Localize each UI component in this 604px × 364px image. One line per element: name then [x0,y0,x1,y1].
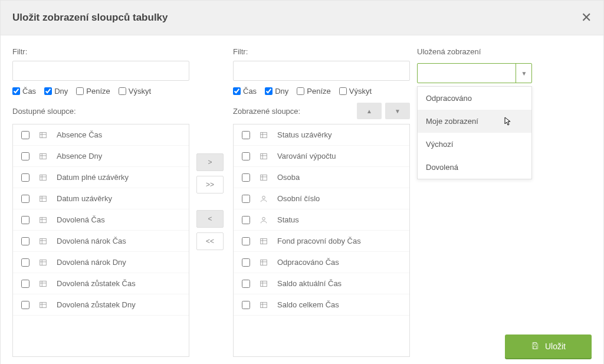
saved-views-label: Uložená zobrazení [417,47,592,56]
list-item-checkbox[interactable] [242,237,250,245]
list-item[interactable]: Datum plné uzávěrky [13,167,189,188]
list-item-checkbox[interactable] [21,237,29,245]
list-item-checkbox[interactable] [21,258,29,267]
list-item[interactable]: Dovolená nárok Dny [13,252,189,273]
list-item-label: Datum plné uzávěrky [57,173,129,182]
list-item[interactable]: Datum uzávěrky [13,188,189,209]
list-item-checkbox[interactable] [21,131,29,139]
saved-views-combo[interactable]: ▼ [417,63,532,83]
move-buttons-panel: > >> < << [196,47,226,357]
list-item-checkbox[interactable] [242,216,250,224]
svg-point-36 [262,196,265,199]
list-item[interactable]: Status [234,209,409,231]
check-penize-left[interactable]: Peníze [76,87,110,96]
check-cas-center[interactable]: Čas [233,87,257,96]
list-item[interactable]: Odpracováno Čas [234,252,409,273]
list-item-label: Fond pracovní doby Čas [277,237,361,245]
list-item[interactable]: Dovolená Čas [13,209,189,231]
list-item-checkbox[interactable] [21,280,29,288]
list-item-label: Saldo aktuální Čas [277,279,342,288]
list-item[interactable]: Saldo aktuální Čas [234,273,409,294]
list-item-checkbox[interactable] [242,195,250,203]
list-item-label: Dovolená zůstatek Čas [57,279,136,288]
list-item-checkbox[interactable] [242,301,250,309]
list-item[interactable]: Saldo celkem Čas [234,294,409,316]
table-icon [260,131,268,139]
list-item-checkbox[interactable] [21,152,29,160]
move-right-all-button[interactable]: >> [196,176,224,194]
list-item[interactable]: Absence Dny [13,146,189,167]
list-item-label: Datum uzávěrky [57,194,112,203]
svg-rect-12 [40,217,47,222]
list-item-label: Odpracováno Čas [277,258,339,267]
svg-rect-41 [261,260,267,265]
list-item-checkbox[interactable] [21,195,29,203]
svg-rect-47 [261,302,267,307]
list-item-checkbox[interactable] [21,301,29,309]
list-item[interactable]: Dovolená zůstatek Dny [13,294,189,316]
svg-rect-51 [534,346,537,349]
dropdown-item[interactable]: Výchozí [418,133,531,156]
save-icon [531,342,539,352]
list-item-label: Status uzávěrky [277,130,332,139]
list-item-label: Dovolená zůstatek Dny [57,300,136,309]
list-item[interactable]: Fond pracovní doby Čas [234,231,409,252]
table-icon [260,152,268,160]
displayed-columns-panel: Filtr: Čas Dny Peníze Výskyt Zobrazené s… [233,47,410,357]
move-left-button[interactable]: < [196,210,224,228]
list-item[interactable]: Osobní číslo [234,188,409,209]
move-right-button[interactable]: > [196,153,224,171]
table-icon [39,216,47,224]
sort-up-button[interactable]: ▲ [357,103,382,119]
dialog-header: Uložit zobrazení sloupců tabulky ✕ [1,1,603,35]
svg-rect-24 [40,302,47,307]
save-button[interactable]: Uložit [505,335,592,358]
table-icon [39,173,47,182]
saved-views-input[interactable] [417,63,532,83]
dropdown-item[interactable]: Dovolená [418,156,531,179]
svg-point-37 [262,217,265,220]
check-dny-center[interactable]: Dny [265,87,288,96]
check-vyskyt-center[interactable]: Výskyt [339,87,372,96]
list-item[interactable]: Status uzávěrky [234,124,409,146]
dropdown-item[interactable]: Odpracováno [418,87,531,110]
list-item[interactable]: Varování výpočtu [234,146,409,167]
displayed-label: Zobrazené sloupce: ▲ ▼ [233,103,410,119]
list-item-checkbox[interactable] [242,131,250,139]
dropdown-item[interactable]: Moje zobrazení [418,110,531,133]
sort-down-button[interactable]: ▼ [385,103,410,119]
available-columns-list[interactable]: Absence ČasAbsence DnyDatum plné uzávěrk… [12,124,189,357]
list-item-checkbox[interactable] [242,152,250,160]
move-left-all-button[interactable]: << [196,232,224,250]
displayed-columns-list[interactable]: Status uzávěrkyVarování výpočtuOsobaOsob… [233,124,410,357]
list-item-label: Saldo celkem Čas [277,300,339,309]
check-cas-left[interactable]: Čas [12,87,36,96]
table-icon [260,173,268,182]
svg-rect-33 [261,175,267,180]
svg-rect-50 [534,342,537,344]
check-vyskyt-left[interactable]: Výskyt [119,87,151,96]
person-icon [260,216,268,224]
list-item-checkbox[interactable] [21,216,29,224]
list-item-checkbox[interactable] [242,258,250,267]
table-icon [260,237,268,245]
list-item[interactable]: Osoba [234,167,409,188]
list-item-checkbox[interactable] [21,173,29,182]
table-icon [260,301,268,309]
list-item[interactable]: Dovolená nárok Čas [13,231,189,252]
check-dny-left[interactable]: Dny [44,87,68,96]
filter-input-center[interactable] [233,61,410,81]
list-item[interactable]: Absence Čas [13,124,189,146]
list-item-checkbox[interactable] [242,280,250,288]
svg-rect-30 [261,153,267,159]
close-icon[interactable]: ✕ [581,11,592,24]
list-item-label: Status [277,215,299,224]
list-item[interactable]: Dovolená zůstatek Čas [13,273,189,294]
list-item-checkbox[interactable] [242,173,250,182]
chevron-down-icon[interactable]: ▼ [516,63,532,83]
available-columns-panel: Filtr: Čas Dny Peníze Výskyt Dostupné sl… [12,47,189,357]
filter-label-center: Filtr: [233,47,410,56]
check-penize-center[interactable]: Peníze [297,87,330,96]
dialog-body: Filtr: Čas Dny Peníze Výskyt Dostupné sl… [1,35,603,364]
filter-input-left[interactable] [12,61,189,81]
